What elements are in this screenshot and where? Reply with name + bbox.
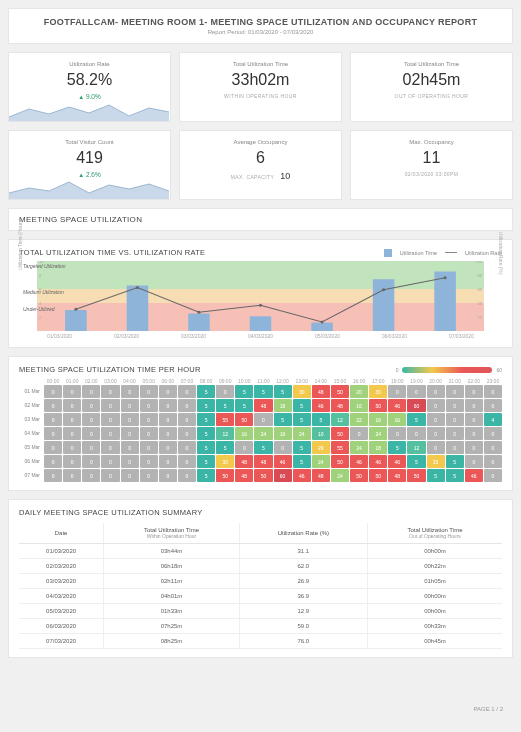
band-under-label: Under-Utilized bbox=[23, 306, 55, 312]
heatmap-cell: 0 bbox=[235, 441, 253, 454]
heatmap-cell: 46 bbox=[388, 455, 406, 468]
heatmap-cell: 0 bbox=[101, 413, 119, 426]
kpi-label: Utilization Rate bbox=[17, 61, 162, 67]
report-header: FOOTFALLCAM- MEETING ROOM 1- MEETING SPA… bbox=[8, 8, 513, 44]
kpi-row-1: Utilization Rate 58.2% 9.0% Total Utiliz… bbox=[8, 52, 513, 122]
heatmap-cell: 0 bbox=[44, 385, 62, 398]
heatmap-hour-label: 09:00 bbox=[216, 378, 234, 384]
heatmap-cell: 55 bbox=[331, 441, 349, 454]
svg-rect-16 bbox=[250, 316, 272, 331]
heatmap-cell: 5 bbox=[293, 441, 311, 454]
heatmap-cell: 0 bbox=[178, 427, 196, 440]
panel-heatmap: MEETING SPACE UTILIZATION TIME PER HOUR … bbox=[8, 356, 513, 491]
heatmap-cell: 5 bbox=[197, 455, 215, 468]
svg-rect-1 bbox=[37, 289, 484, 303]
heatmap-cell: 5 bbox=[407, 413, 425, 426]
heatmap-cell: 16 bbox=[274, 427, 292, 440]
heatmap-cell: 33 bbox=[427, 455, 445, 468]
heatmap-cell: 46 bbox=[293, 469, 311, 482]
combo-chart: 20406080100246810 bbox=[37, 261, 484, 331]
heatmap-cell: 5 bbox=[197, 469, 215, 482]
table-cell: 01h05m bbox=[367, 574, 502, 589]
heatmap-cell: 16 bbox=[235, 427, 253, 440]
heatmap-cell: 24 bbox=[369, 427, 387, 440]
heatmap-cell: 0 bbox=[159, 441, 177, 454]
table-cell: 62.0 bbox=[239, 559, 367, 574]
heatmap-cell: 0 bbox=[274, 441, 292, 454]
panel-summary: DAILY MEETING SPACE UTILIZATION SUMMARY … bbox=[8, 499, 513, 658]
table-cell: 05/03/2020 bbox=[19, 604, 104, 619]
table-cell: 00h00m bbox=[367, 589, 502, 604]
heatmap-cell: 50 bbox=[331, 427, 349, 440]
heatmap-cell: 46 bbox=[369, 455, 387, 468]
heatmap-cell: 0 bbox=[63, 399, 81, 412]
heatmap-cell: 0 bbox=[484, 441, 502, 454]
report-title: FOOTFALLCAM- MEETING ROOM 1- MEETING SPA… bbox=[19, 17, 502, 27]
table-cell: 07/03/2020 bbox=[19, 634, 104, 649]
table-cell: 07h25m bbox=[104, 619, 240, 634]
heatmap-cell: 0 bbox=[446, 399, 464, 412]
heatmap-cell: 24 bbox=[293, 427, 311, 440]
heatmap-cell: 55 bbox=[216, 413, 234, 426]
heatmap-cell: 0 bbox=[121, 469, 139, 482]
heatmap-cell: 0 bbox=[407, 427, 425, 440]
table-header: Total Utilization TimeWithin Operation H… bbox=[104, 523, 240, 544]
table-header: Utilization Rate (%) bbox=[239, 523, 367, 544]
heatmap-cell: 0 bbox=[178, 385, 196, 398]
heatmap-cell: 0 bbox=[140, 469, 158, 482]
kpi-visitor-count: Total Visitor Count 419 2.6% bbox=[8, 130, 171, 200]
heatmap-cell: 48 bbox=[388, 469, 406, 482]
table-cell: 31.1 bbox=[239, 544, 367, 559]
legend-line: Utilization Rate bbox=[465, 250, 502, 256]
kpi-value: 33h02m bbox=[188, 71, 333, 89]
kpi-caption: 02/03/2020 03:00PM bbox=[359, 171, 504, 177]
band-medium-label: Medium Utilization bbox=[23, 289, 64, 295]
heatmap-cell: 48 bbox=[312, 469, 330, 482]
table-row: 05/03/202001h33m12.900h00m bbox=[19, 604, 502, 619]
heatmap-day-label: 07 Mar bbox=[19, 469, 43, 482]
heatmap-hour-label: 18:00 bbox=[388, 378, 406, 384]
heatmap-cell: 0 bbox=[121, 455, 139, 468]
heatmap-cell: 0 bbox=[407, 385, 425, 398]
heatmap-hour-label: 22:00 bbox=[465, 378, 483, 384]
kpi-label: Total Visitor Count bbox=[17, 139, 162, 145]
heatmap-cell: 5 bbox=[446, 469, 464, 482]
heatmap-hour-label: 16:00 bbox=[350, 378, 368, 384]
svg-point-26 bbox=[444, 276, 447, 279]
report-period: Report Period: 01/03/2020 - 07/03/2020 bbox=[19, 29, 502, 35]
heatmap-cell: 0 bbox=[63, 385, 81, 398]
svg-text:40: 40 bbox=[477, 301, 482, 306]
heatmap-day-label: 02 Mar bbox=[19, 399, 43, 412]
heatmap-hour-label: 08:00 bbox=[197, 378, 215, 384]
summary-title: DAILY MEETING SPACE UTILIZATION SUMMARY bbox=[19, 508, 502, 517]
table-cell: 03h44m bbox=[104, 544, 240, 559]
heatmap-cell: 0 bbox=[44, 427, 62, 440]
kpi-value: 11 bbox=[359, 149, 504, 167]
heatmap-cell: 0 bbox=[178, 413, 196, 426]
kpi-caption: OUT OF OPERATING HOUR bbox=[359, 93, 504, 99]
table-row: 07/03/202008h25m76.000h45m bbox=[19, 634, 502, 649]
heatmap-cell: 0 bbox=[216, 385, 234, 398]
heatmap-cell: 0 bbox=[484, 385, 502, 398]
heatmap-hour-label: 03:00 bbox=[101, 378, 119, 384]
heatmap-cell: 5 bbox=[274, 413, 292, 426]
heatmap-day-label: 03 Mar bbox=[19, 413, 43, 426]
heatmap-cell: 0 bbox=[63, 427, 81, 440]
y-axis-right-label: Utilization Rate (%) bbox=[498, 232, 504, 275]
table-cell: 26.9 bbox=[239, 574, 367, 589]
summary-table: DateTotal Utilization TimeWithin Operati… bbox=[19, 523, 502, 649]
heatmap-cell: 0 bbox=[427, 385, 445, 398]
heatmap-cell: 0 bbox=[101, 441, 119, 454]
table-cell: 08h25m bbox=[104, 634, 240, 649]
heatmap-cell: 0 bbox=[446, 413, 464, 426]
heatmap-cell: 0 bbox=[159, 427, 177, 440]
kpi-avg-occupancy: Average Occupancy 6 MAX. CAPACITY 10 bbox=[179, 130, 342, 200]
svg-rect-17 bbox=[311, 323, 333, 331]
heatmap-cell: 5 bbox=[197, 427, 215, 440]
heatmap-cell: 0 bbox=[178, 469, 196, 482]
table-row: 06/03/202007h25m59.000h33m bbox=[19, 619, 502, 634]
heatmap-cell: 5 bbox=[197, 385, 215, 398]
heatmap-cell: 0 bbox=[465, 427, 483, 440]
heatmap-cell: 0 bbox=[63, 441, 81, 454]
heatmap-cell: 0 bbox=[140, 427, 158, 440]
